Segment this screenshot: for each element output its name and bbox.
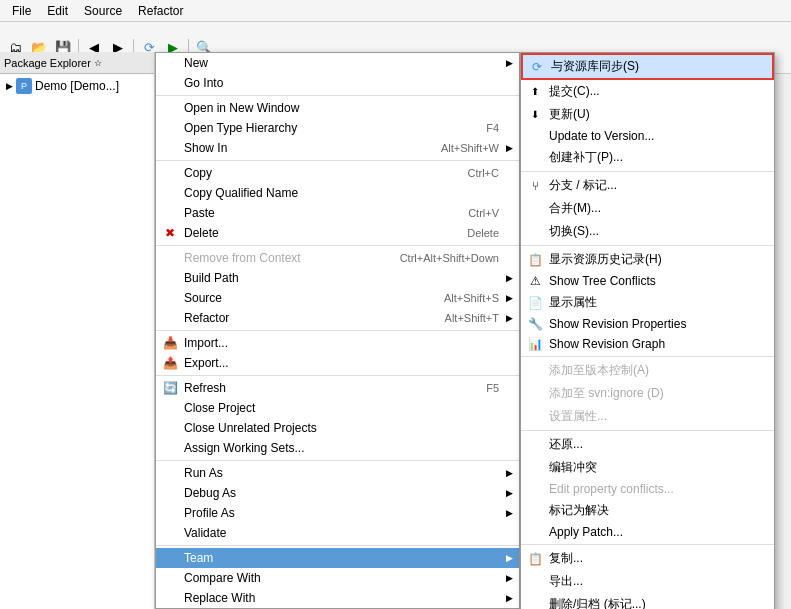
- menu-refactor[interactable]: Refactor: [130, 2, 191, 20]
- menu-item-refactor-label: Refactor: [184, 311, 229, 325]
- copy-icon: 📋: [527, 551, 543, 567]
- menu-item-export-right[interactable]: 导出...: [521, 570, 774, 593]
- menu-item-copy-qualified-label: Copy Qualified Name: [184, 186, 298, 200]
- delete-icon: ✖: [162, 225, 178, 241]
- menu-item-update-to-version[interactable]: Update to Version...: [521, 126, 774, 146]
- conflict-icon: ⚠: [527, 273, 543, 289]
- project-icon: P: [16, 78, 32, 94]
- separator-3: [156, 245, 519, 246]
- refresh-icon: 🔄: [162, 380, 178, 396]
- menu-item-show-revision-graph[interactable]: 📊 Show Revision Graph: [521, 334, 774, 354]
- menu-item-show-revision-graph-label: Show Revision Graph: [549, 337, 665, 351]
- menu-item-delete-label: Delete: [184, 226, 219, 240]
- shortcut-source: Alt+Shift+S: [424, 292, 499, 304]
- menu-item-debug-as[interactable]: Debug As: [156, 483, 519, 503]
- menu-item-commit-label: 提交(C)...: [549, 83, 600, 100]
- menu-item-profile-as[interactable]: Profile As: [156, 503, 519, 523]
- menu-item-set-property-label: 设置属性...: [549, 408, 607, 425]
- menu-item-export[interactable]: 📤 Export...: [156, 353, 519, 373]
- menu-item-merge[interactable]: 合并(M)...: [521, 197, 774, 220]
- menu-item-gointo[interactable]: Go Into: [156, 73, 519, 93]
- menu-item-edit-conflicts[interactable]: 编辑冲突: [521, 456, 774, 479]
- import-icon: 📥: [162, 335, 178, 351]
- menu-item-copy-label: Copy: [184, 166, 212, 180]
- menu-item-new-label: New: [184, 56, 208, 70]
- menu-item-refactor[interactable]: Refactor Alt+Shift+T: [156, 308, 519, 328]
- panel-title-suffix: ☆: [94, 58, 102, 68]
- menu-item-copy-qualified[interactable]: Copy Qualified Name: [156, 183, 519, 203]
- menu-edit[interactable]: Edit: [39, 2, 76, 20]
- menu-item-build-path-label: Build Path: [184, 271, 239, 285]
- context-menu-left: New Go Into Open in New Window Open Type…: [155, 52, 520, 609]
- menu-item-replace-with[interactable]: Replace With: [156, 588, 519, 608]
- menu-item-export-label: Export...: [184, 356, 229, 370]
- menu-item-show-in[interactable]: Show In Alt+Shift+W: [156, 138, 519, 158]
- menu-item-apply-patch-label: Apply Patch...: [549, 525, 623, 539]
- separator-5: [156, 375, 519, 376]
- rev-graph-icon: 📊: [527, 336, 543, 352]
- menu-item-compare-with[interactable]: Compare With: [156, 568, 519, 588]
- menu-item-profile-as-label: Profile As: [184, 506, 235, 520]
- menu-item-build-path[interactable]: Build Path: [156, 268, 519, 288]
- menu-item-switch[interactable]: 切换(S)...: [521, 220, 774, 243]
- menu-item-show-properties-label: 显示属性: [549, 294, 597, 311]
- shortcut-refresh: F5: [466, 382, 499, 394]
- menu-item-show-tree-conflicts-label: Show Tree Conflicts: [549, 274, 656, 288]
- menu-item-copy-right[interactable]: 📋 复制...: [521, 547, 774, 570]
- menu-item-open-type-hierarchy[interactable]: Open Type Hierarchy F4: [156, 118, 519, 138]
- menu-item-branch[interactable]: ⑂ 分支 / 标记...: [521, 174, 774, 197]
- menu-item-open-new-window[interactable]: Open in New Window: [156, 98, 519, 118]
- menu-item-assign-working-sets-label: Assign Working Sets...: [184, 441, 305, 455]
- menu-item-apply-patch[interactable]: Apply Patch...: [521, 522, 774, 542]
- menu-file[interactable]: File: [4, 2, 39, 20]
- menu-item-new[interactable]: New: [156, 53, 519, 73]
- menu-item-close-unrelated-label: Close Unrelated Projects: [184, 421, 317, 435]
- menu-item-create-patch[interactable]: 创建补丁(P)...: [521, 146, 774, 169]
- menu-item-show-revision-properties[interactable]: 🔧 Show Revision Properties: [521, 314, 774, 334]
- menu-item-commit[interactable]: ⬆ 提交(C)...: [521, 80, 774, 103]
- menu-item-show-tree-conflicts[interactable]: ⚠ Show Tree Conflicts: [521, 271, 774, 291]
- menu-item-delete[interactable]: ✖ Delete Delete: [156, 223, 519, 243]
- menu-item-import[interactable]: 📥 Import...: [156, 333, 519, 353]
- menu-item-source[interactable]: Source Alt+Shift+S: [156, 288, 519, 308]
- separator-1: [156, 95, 519, 96]
- menu-item-assign-working-sets[interactable]: Assign Working Sets...: [156, 438, 519, 458]
- project-item[interactable]: ▶ P Demo [Demo...]: [2, 76, 152, 96]
- menu-item-close-project[interactable]: Close Project: [156, 398, 519, 418]
- menu-item-show-history[interactable]: 📋 显示资源历史记录(H): [521, 248, 774, 271]
- separator-6: [156, 460, 519, 461]
- panel-content: ▶ P Demo [Demo...]: [0, 74, 154, 98]
- menu-item-delete-archive[interactable]: 删除/归档 (标记...): [521, 593, 774, 609]
- menu-item-sync-label: 与资源库同步(S): [551, 58, 639, 75]
- shortcut-refactor: Alt+Shift+T: [425, 312, 499, 324]
- menu-item-gointo-label: Go Into: [184, 76, 223, 90]
- branch-icon: ⑂: [527, 178, 543, 194]
- menu-item-run-as[interactable]: Run As: [156, 463, 519, 483]
- menu-item-source-label: Source: [184, 291, 222, 305]
- menu-item-create-patch-label: 创建补丁(P)...: [549, 149, 623, 166]
- menu-item-close-unrelated[interactable]: Close Unrelated Projects: [156, 418, 519, 438]
- shortcut-delete: Delete: [447, 227, 499, 239]
- menu-item-revert[interactable]: 还原...: [521, 433, 774, 456]
- menu-item-paste[interactable]: Paste Ctrl+V: [156, 203, 519, 223]
- menu-item-validate[interactable]: Validate: [156, 523, 519, 543]
- props-icon: 📄: [527, 295, 543, 311]
- menu-item-copy[interactable]: Copy Ctrl+C: [156, 163, 519, 183]
- ide-background: File Edit Source Refactor 🗂 📂 💾 ◀ ▶ ⟳ ▶ …: [0, 0, 791, 609]
- menu-item-mark-resolved[interactable]: 标记为解决: [521, 499, 774, 522]
- menu-item-update[interactable]: ⬇ 更新(U): [521, 103, 774, 126]
- menu-item-add-svnignore: 添加至 svn:ignore (D): [521, 382, 774, 405]
- menu-item-paste-label: Paste: [184, 206, 215, 220]
- menu-item-team[interactable]: Team: [156, 548, 519, 568]
- menu-item-sync[interactable]: ⟳ 与资源库同步(S): [521, 53, 774, 80]
- menu-item-open-new-window-label: Open in New Window: [184, 101, 299, 115]
- menu-item-copy-right-label: 复制...: [549, 550, 583, 567]
- menu-source[interactable]: Source: [76, 2, 130, 20]
- separator-4: [156, 330, 519, 331]
- commit-icon: ⬆: [527, 84, 543, 100]
- right-sep-3: [521, 356, 774, 357]
- menu-item-show-properties[interactable]: 📄 显示属性: [521, 291, 774, 314]
- shortcut-paste: Ctrl+V: [448, 207, 499, 219]
- menu-item-refresh[interactable]: 🔄 Refresh F5: [156, 378, 519, 398]
- menu-item-add-svnignore-label: 添加至 svn:ignore (D): [549, 385, 664, 402]
